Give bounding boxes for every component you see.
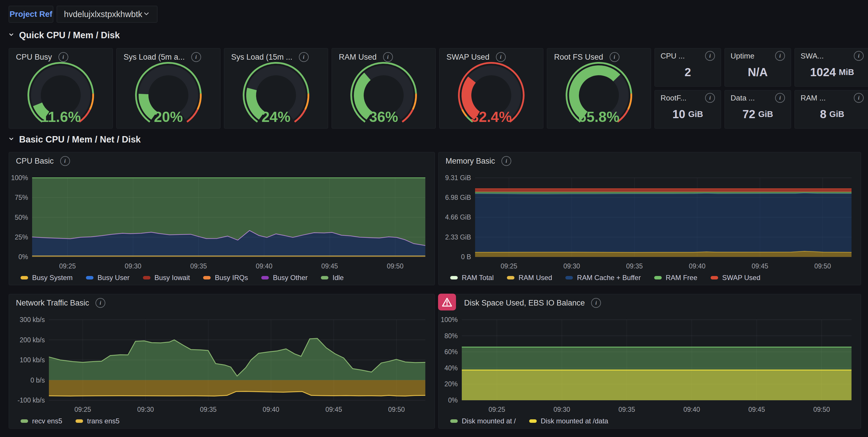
svg-text:6.98 GiB: 6.98 GiB [445,194,471,201]
svg-text:09:25: 09:25 [500,262,517,270]
stats-grid: CPU ...i2UptimeiN/ASWA...i1024MiBRootF..… [654,48,868,128]
panel-title[interactable]: Network Traffic Basic [16,298,89,308]
legend-label: Busy Iowait [155,274,190,282]
info-icon[interactable]: i [299,52,309,62]
svg-text:60%: 60% [444,348,458,356]
dashboard: Project Ref hvdelujxlxstpxkhwbtk Quick C… [0,0,868,437]
legend-item-busy-user[interactable]: Busy User [86,274,130,282]
info-icon[interactable]: i [383,52,393,62]
stat-number: 8 [820,108,826,121]
info-icon[interactable]: i [501,156,511,166]
svg-text:09:25: 09:25 [74,406,91,413]
info-icon[interactable]: i [60,156,70,166]
panel-header: Memory Basic i [439,152,861,170]
info-icon[interactable]: i [610,52,619,62]
svg-text:80%: 80% [444,332,458,340]
legend-item-swap-used[interactable]: SWAP Used [711,274,761,282]
legend-item-disk-mounted-at[interactable]: Disk mounted at / [450,417,516,425]
legend-label: Idle [333,274,344,282]
panel-title[interactable]: RAM Used [339,53,377,62]
legend-color-chip [529,419,537,423]
gauge: 24% [239,62,314,128]
legend-item-idle[interactable]: Idle [321,274,344,282]
panel-title[interactable]: Sys Load (5m a... [124,53,185,62]
panel-title[interactable]: SWA... [801,52,824,60]
info-icon[interactable]: i [854,51,864,61]
svg-text:0 b/s: 0 b/s [30,377,45,384]
info-icon[interactable]: i [775,93,785,103]
legend-color-chip [507,276,515,280]
panel-title[interactable]: SWAP Used [446,53,490,62]
info-icon[interactable]: i [705,51,715,61]
legend-color-chip [75,419,83,423]
panel-title[interactable]: CPU Busy [16,53,52,62]
legend-label: RAM Free [666,274,697,282]
panel-title[interactable]: RootF... [660,93,687,103]
legend-item-trans-ens5[interactable]: trans ens5 [75,417,120,425]
section-quick-cpu-mem-disk[interactable]: Quick CPU / Mem / Disk [7,30,120,40]
info-icon[interactable]: i [854,93,864,103]
legend-item-busy-irqs[interactable]: Busy IRQs [203,274,248,282]
legend-label: trans ens5 [87,417,120,425]
legend-item-ram-used[interactable]: RAM Used [507,274,552,282]
panel-cpu-basic: CPU Basic i 0%25%50%75%100%09:2509:3009:… [9,152,435,285]
svg-text:100%: 100% [11,174,28,181]
legend-item-busy-system[interactable]: Busy System [21,274,73,282]
panel-title[interactable]: CPU Basic [16,157,54,166]
stat-value: 72GiB [725,103,791,125]
panel-title[interactable]: Sys Load (15m ... [231,53,292,62]
legend-item-disk-mounted-at-data[interactable]: Disk mounted at /data [529,417,608,425]
stat-unit: MiB [839,67,854,77]
panel-header: RootF...i [655,90,721,106]
legend-color-chip [565,276,573,280]
panel-title[interactable]: Memory Basic [445,157,495,166]
legend-color-chip [711,276,718,280]
legend-item-ram-free[interactable]: RAM Free [654,274,697,282]
alert-warning-icon[interactable] [438,294,456,311]
svg-text:09:45: 09:45 [748,406,765,413]
svg-text:09:40: 09:40 [689,262,706,270]
legend-label: Busy System [32,274,73,282]
panel-header: SWA...i [795,48,868,63]
info-icon[interactable]: i [95,298,105,308]
svg-text:0 B: 0 B [461,253,471,261]
panel-title[interactable]: Uptime [731,52,754,60]
stat-number: 72 [742,108,755,121]
legend-item-busy-other[interactable]: Busy Other [261,274,308,282]
legend-item-ram-total[interactable]: RAM Total [450,274,494,282]
legend-label: SWAP Used [722,274,761,282]
panel-sys-load-15m: Sys Load (15m ...i24% [224,48,328,128]
panel-title[interactable]: Disk Space Used, EBS IO Balance [464,298,585,308]
legend-label: Busy Other [273,274,308,282]
section-basic-cpu-mem-net-disk[interactable]: Basic CPU / Mem / Net / Disk [7,135,141,145]
chevron-down-icon [143,10,150,19]
legend-item-recv-ens5[interactable]: recv ens5 [21,417,62,425]
info-icon[interactable]: i [705,93,715,103]
info-icon[interactable]: i [496,52,506,62]
svg-text:09:35: 09:35 [190,262,207,270]
svg-text:09:45: 09:45 [326,406,342,413]
legend-item-ram-cache-buffer[interactable]: RAM Cache + Buffer [565,274,641,282]
info-icon[interactable]: i [191,52,201,62]
project-ref-filter-label[interactable]: Project Ref [9,6,53,23]
panel-sys-load-5m-a: Sys Load (5m a...i20% [116,48,220,128]
legend-item-busy-iowait[interactable]: Busy Iowait [143,274,190,282]
legend-label: Busy User [97,274,130,282]
svg-text:09:30: 09:30 [125,262,142,270]
info-icon[interactable]: i [591,298,601,308]
panel-header: CPU Busyi [9,48,113,66]
panel-title[interactable]: CPU ... [660,52,685,60]
info-icon[interactable]: i [58,52,68,62]
svg-text:200 kb/s: 200 kb/s [20,336,45,344]
legend-color-chip [143,276,151,280]
panel-root-fs-used: Root FS Usedi65.8% [547,48,651,128]
panel-ram: RAM ...i8GiB [795,90,868,128]
panel-title[interactable]: RAM ... [801,93,826,103]
panel-title[interactable]: Data ... [731,93,755,103]
panel-title[interactable]: Root FS Used [554,53,603,62]
project-ref-dropdown[interactable]: hvdelujxlxstpxkhwbtk [57,6,157,23]
svg-text:36%: 36% [369,109,398,125]
info-icon[interactable]: i [775,51,785,61]
svg-text:0%: 0% [19,253,28,261]
gauge: 20% [131,62,206,128]
